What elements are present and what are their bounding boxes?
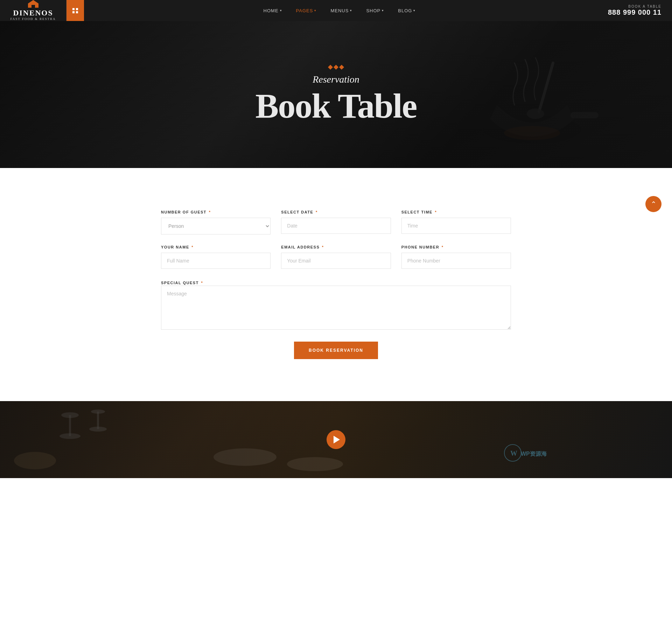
nav-links: HOME ▾ PAGES ▾ MENUS ▾ SHOP ▾ BLOG xyxy=(84,8,595,13)
guest-field-group: NUMBER OF GUEST * Person 1 2 3 4 5+ xyxy=(161,210,271,234)
logo-block[interactable]: DINENOS FAST FOOD & RESTRA xyxy=(0,0,66,21)
reservation-form-section: NUMBER OF GUEST * Person 1 2 3 4 5+ SELE… xyxy=(161,189,511,380)
message-textarea[interactable] xyxy=(161,286,511,330)
nav-link-home[interactable]: HOME ▾ xyxy=(264,8,282,13)
message-required: * xyxy=(201,281,203,285)
phone-field-group: PHONE NUMBER * xyxy=(401,245,511,269)
nav-label-shop: SHOP xyxy=(366,8,380,13)
nav-label-blog: BLOG xyxy=(398,8,412,13)
name-label: YOUR NAME * xyxy=(161,245,271,249)
message-label: SPECIAL QUEST * xyxy=(161,281,203,285)
nav-item-blog[interactable]: BLOG ▾ xyxy=(398,8,415,13)
nav-item-shop[interactable]: SHOP ▾ xyxy=(366,8,384,13)
email-required: * xyxy=(322,245,324,249)
chevron-down-icon: ▾ xyxy=(413,9,415,12)
nav-label-pages: PAGES xyxy=(296,8,313,13)
nav-label-menus: MENUS xyxy=(330,8,349,13)
chevron-down-icon: ▾ xyxy=(314,9,316,12)
nav-link-blog[interactable]: BLOG ▾ xyxy=(398,8,415,13)
hero-title: Book Table xyxy=(255,89,417,124)
hero-content: Reservation Book Table xyxy=(255,65,417,124)
nav-item-home[interactable]: HOME ▾ xyxy=(264,8,282,13)
chevron-down-icon: ▾ xyxy=(350,9,352,12)
form-row-2: YOUR NAME * EMAIL ADDRESS * PHONE NUMBER… xyxy=(161,245,511,269)
brand-subtitle: FAST FOOD & RESTRA xyxy=(10,18,56,21)
phone-required: * xyxy=(442,245,444,249)
book-reservation-button[interactable]: BOOK RESERVATION xyxy=(294,342,378,359)
nav-item-pages[interactable]: PAGES ▾ xyxy=(296,8,317,13)
nav-link-menus[interactable]: MENUS ▾ xyxy=(330,8,352,13)
time-field-group: SELECT TIME * xyxy=(401,210,511,234)
nav-link-shop[interactable]: SHOP ▾ xyxy=(366,8,384,13)
date-input[interactable] xyxy=(281,218,391,234)
wp-watermark: W WP资源海 xyxy=(504,444,567,464)
hero-subtitle: Reservation xyxy=(255,74,417,85)
navbar: DINENOS FAST FOOD & RESTRA HOME ▾ PAGES … xyxy=(0,0,672,21)
brand-name: DINENOS xyxy=(10,9,56,17)
date-label: SELECT DATE * xyxy=(281,210,391,214)
date-required: * xyxy=(316,210,318,214)
form-row-1: NUMBER OF GUEST * Person 1 2 3 4 5+ SELE… xyxy=(161,210,511,234)
guest-label: NUMBER OF GUEST * xyxy=(161,210,271,214)
bottom-section: W WP资源海 xyxy=(0,401,672,478)
nav-item-menus[interactable]: MENUS ▾ xyxy=(330,8,352,13)
chevron-down-icon: ▾ xyxy=(280,9,282,12)
phone-label: PHONE NUMBER * xyxy=(401,245,511,249)
name-required: * xyxy=(191,245,194,249)
date-field-group: SELECT DATE * xyxy=(281,210,391,234)
guest-required: * xyxy=(209,210,211,214)
time-input[interactable] xyxy=(401,218,511,234)
hero-section: Reservation Book Table xyxy=(0,21,672,168)
email-input[interactable] xyxy=(281,253,391,269)
scroll-to-top-button[interactable]: ⌃ xyxy=(645,196,662,212)
book-table-block: BOOK A TABLE 888 999 000 11 xyxy=(595,5,672,16)
svg-marker-0 xyxy=(28,0,38,8)
dot-1 xyxy=(328,65,333,70)
chevron-down-icon: ▾ xyxy=(382,9,384,12)
grid-icon xyxy=(72,8,78,13)
play-button[interactable] xyxy=(327,430,345,449)
logo-icon xyxy=(28,0,38,8)
hero-dots xyxy=(255,65,417,69)
dot-2 xyxy=(334,65,338,70)
book-phone-number: 888 999 000 11 xyxy=(608,8,662,16)
name-input[interactable] xyxy=(161,253,271,269)
time-label: SELECT TIME * xyxy=(401,210,511,214)
grid-menu-button[interactable] xyxy=(66,0,84,21)
email-field-group: EMAIL ADDRESS * xyxy=(281,245,391,269)
svg-text:WP资源海: WP资源海 xyxy=(521,451,547,457)
phone-input[interactable] xyxy=(401,253,511,269)
svg-text:W: W xyxy=(510,449,517,457)
book-table-label: BOOK A TABLE xyxy=(606,5,662,8)
wp-logo: W WP资源海 xyxy=(504,444,567,462)
dot-3 xyxy=(339,65,344,70)
chevron-up-icon: ⌃ xyxy=(651,200,657,208)
email-label: EMAIL ADDRESS * xyxy=(281,245,391,249)
time-required: * xyxy=(435,210,437,214)
nav-label-home: HOME xyxy=(264,8,279,13)
name-field-group: YOUR NAME * xyxy=(161,245,271,269)
nav-link-pages[interactable]: PAGES ▾ xyxy=(296,8,317,13)
guest-select[interactable]: Person 1 2 3 4 5+ xyxy=(161,218,271,234)
message-field-group: SPECIAL QUEST * xyxy=(161,279,511,331)
